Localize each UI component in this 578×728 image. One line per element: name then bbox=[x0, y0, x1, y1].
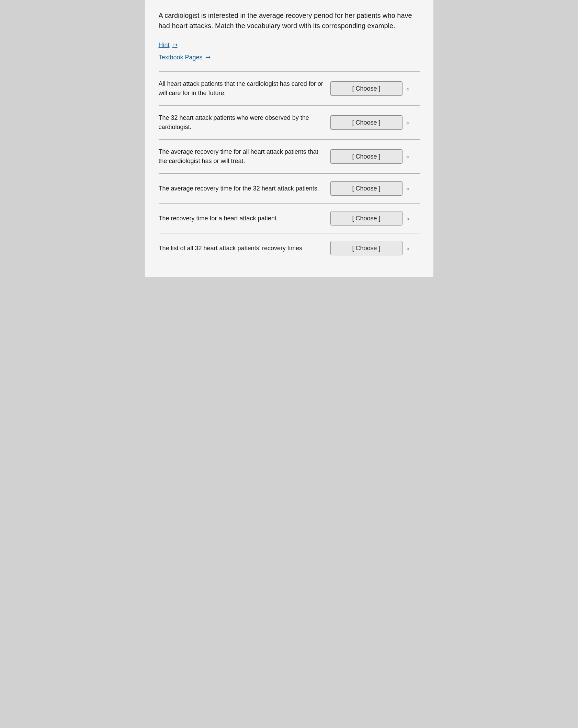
rows-container: All heart attack patients that the cardi… bbox=[159, 72, 420, 263]
textbook-link[interactable]: Textbook Pages ↦ bbox=[159, 54, 420, 61]
select-wrapper: [ Choose ]PopulationSampleParameterStati… bbox=[330, 181, 420, 196]
select-wrapper: [ Choose ]PopulationSampleParameterStati… bbox=[330, 115, 420, 130]
select-wrapper: [ Choose ]PopulationSampleParameterStati… bbox=[330, 211, 420, 226]
hint-icon: ↦ bbox=[172, 41, 178, 49]
textbook-label: Textbook Pages bbox=[159, 54, 203, 61]
table-row: The average recovery time for all heart … bbox=[159, 140, 420, 174]
select-wrapper: [ Choose ]PopulationSampleParameterStati… bbox=[330, 81, 420, 96]
select-wrapper: [ Choose ]PopulationSampleParameterStati… bbox=[330, 241, 420, 255]
main-card: A cardiologist is interested in the aver… bbox=[145, 0, 433, 277]
choose-select-1[interactable]: [ Choose ]PopulationSampleParameterStati… bbox=[330, 81, 403, 96]
chevron-icon: ⬦ bbox=[406, 153, 410, 160]
chevron-icon: ⬦ bbox=[406, 85, 410, 92]
chevron-icon: ⬦ bbox=[406, 215, 410, 222]
choose-select-6[interactable]: [ Choose ]PopulationSampleParameterStati… bbox=[330, 241, 403, 255]
row-description-text: The recovery time for a heart attack pat… bbox=[159, 214, 324, 223]
chevron-icon: ⬦ bbox=[406, 185, 410, 192]
table-row: All heart attack patients that the cardi… bbox=[159, 72, 420, 106]
choose-select-3[interactable]: [ Choose ]PopulationSampleParameterStati… bbox=[330, 149, 403, 164]
row-description-text: All heart attack patients that the cardi… bbox=[159, 79, 324, 98]
select-wrapper: [ Choose ]PopulationSampleParameterStati… bbox=[330, 149, 420, 164]
table-row: The 32 heart attack patients who were ob… bbox=[159, 106, 420, 140]
row-description-text: The average recovery time for all heart … bbox=[159, 147, 324, 166]
question-text: A cardiologist is interested in the aver… bbox=[159, 10, 420, 31]
row-description-text: The list of all 32 heart attack patients… bbox=[159, 244, 324, 253]
row-description-text: The 32 heart attack patients who were ob… bbox=[159, 113, 324, 132]
choose-select-5[interactable]: [ Choose ]PopulationSampleParameterStati… bbox=[330, 211, 403, 226]
textbook-icon: ↦ bbox=[205, 54, 211, 61]
table-row: The average recovery time for the 32 hea… bbox=[159, 174, 420, 204]
row-description-text: The average recovery time for the 32 hea… bbox=[159, 184, 324, 193]
hint-label: Hint bbox=[159, 42, 170, 49]
table-row: The recovery time for a heart attack pat… bbox=[159, 204, 420, 233]
chevron-icon: ⬦ bbox=[406, 119, 410, 126]
choose-select-2[interactable]: [ Choose ]PopulationSampleParameterStati… bbox=[330, 115, 403, 130]
hint-link[interactable]: Hint ↦ bbox=[159, 41, 420, 49]
table-row: The list of all 32 heart attack patients… bbox=[159, 233, 420, 263]
chevron-icon: ⬦ bbox=[406, 245, 410, 252]
choose-select-4[interactable]: [ Choose ]PopulationSampleParameterStati… bbox=[330, 181, 403, 196]
